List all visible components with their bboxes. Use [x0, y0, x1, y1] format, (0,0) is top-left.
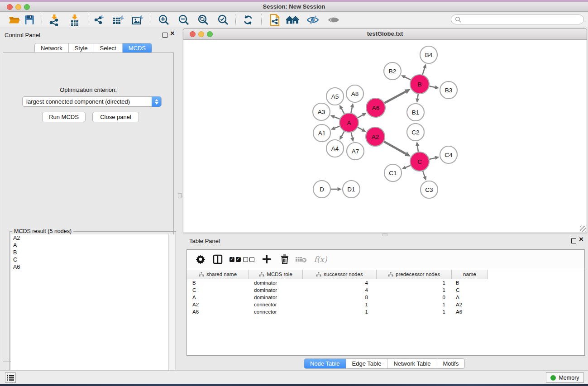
mcds-result-item[interactable]: A6 — [11, 263, 168, 271]
delete-column-button[interactable] — [278, 253, 292, 266]
run-mcds-button[interactable]: Run MCDS — [42, 112, 86, 122]
zoom-out-icon — [178, 14, 190, 26]
graph-node-label: A4 — [331, 145, 339, 152]
graph-edge-B-B2[interactable] — [405, 77, 411, 80]
graph-edge-C-C2[interactable] — [417, 146, 418, 152]
hide-graphics-details-button[interactable] — [306, 14, 320, 26]
network-view-window[interactable]: testGlobe.txt AA6A2BCA5A8A3A1A4A7B2B4B3B… — [183, 28, 587, 233]
criterion-select[interactable]: largest connected component (directed) — [22, 96, 162, 107]
column-header-mcds-role[interactable]: MCDS role — [249, 270, 303, 279]
result-list-scrollbar[interactable] — [168, 234, 175, 386]
tab-node-table[interactable]: Node Table — [304, 359, 346, 368]
network-window-titlebar[interactable]: testGlobe.txt — [183, 29, 587, 40]
tab-mcds[interactable]: MCDS — [122, 43, 152, 53]
panel-splitter-handle[interactable] — [178, 193, 182, 198]
save-floppy-icon — [24, 14, 35, 25]
mcds-result-item[interactable]: A — [11, 242, 168, 249]
graph-node-label: A3 — [318, 109, 325, 115]
graph-edge-A-A8[interactable] — [351, 107, 352, 113]
column-header-shared-name[interactable]: shared name — [187, 270, 249, 279]
zoom-fit-button[interactable] — [196, 14, 210, 26]
export-image-icon — [132, 14, 144, 26]
select-all-columns-button[interactable] — [228, 253, 242, 266]
column-label: successor nodes — [324, 272, 363, 277]
zoom-in-icon — [158, 14, 170, 26]
float-panel-icon[interactable] — [163, 33, 167, 38]
export-network-button[interactable] — [92, 14, 106, 26]
show-panel-list-button[interactable] — [5, 372, 16, 383]
table-float-panel-icon[interactable] — [571, 238, 576, 243]
graph-edge-B-B1[interactable] — [417, 94, 418, 99]
save-session-button[interactable] — [23, 14, 36, 26]
graph-edge-A-A7[interactable] — [351, 132, 353, 138]
zoom-in-button[interactable] — [157, 14, 171, 26]
column-header-predecessor-nodes[interactable]: predecessor nodes — [377, 270, 452, 279]
column-chooser-button[interactable] — [211, 253, 225, 266]
graph-edge-A2-C[interactable] — [384, 142, 406, 154]
import-network-icon — [48, 14, 60, 26]
import-table-button[interactable] — [68, 14, 81, 26]
home-button[interactable] — [286, 14, 300, 26]
delete-table-button[interactable] — [294, 253, 308, 266]
tab-network[interactable]: Network — [35, 43, 68, 53]
graph-edge-C-C3[interactable] — [423, 171, 425, 176]
graph-edge-C-C1[interactable] — [406, 166, 411, 168]
graph-edge-B-B3[interactable] — [430, 86, 435, 87]
table-row[interactable]: A2connector11A2 — [187, 301, 584, 308]
column-header-successor-nodes[interactable]: successor nodes — [303, 270, 377, 279]
mcds-result-item[interactable]: A2 — [11, 234, 168, 242]
function-builder-button[interactable]: f(x) — [311, 253, 330, 266]
table-body[interactable]: Bdominator41BCdominator41CAdominator80AA… — [187, 279, 584, 315]
network-canvas[interactable]: AA6A2BCA5A8A3A1A4A7B2B4B3B1C2C4C1C3DD1 — [183, 40, 587, 233]
table-cell: 0 — [377, 294, 452, 301]
window-resize-grip[interactable] — [580, 226, 586, 232]
table-row[interactable]: Adominator80A — [187, 294, 584, 301]
column-header-name[interactable]: name — [452, 270, 488, 279]
settings-gear-button[interactable] — [194, 253, 207, 266]
export-table-button[interactable] — [111, 14, 125, 26]
network-graph[interactable]: AA6A2BCA5A8A3A1A4A7B2B4B3B1C2C4C1C3DD1 — [183, 40, 587, 233]
zoom-out-button[interactable] — [177, 14, 191, 26]
table-row[interactable]: A6connector11A6 — [187, 308, 584, 315]
graph-edge-C-C4[interactable] — [429, 158, 435, 159]
mcds-result-item[interactable]: C — [11, 256, 168, 263]
refresh-button[interactable] — [241, 14, 255, 26]
show-eye-button[interactable] — [327, 14, 340, 26]
graph-edge-A-A2[interactable] — [358, 127, 362, 129]
graph-edge-B-B4[interactable] — [422, 68, 425, 75]
tab-select[interactable]: Select — [94, 43, 122, 53]
memory-button[interactable]: Memory — [546, 372, 584, 383]
import-network-button[interactable] — [48, 14, 61, 26]
graph-edge-A-A3[interactable] — [334, 117, 339, 119]
search-input[interactable] — [451, 14, 584, 24]
graph-edge-A-A5[interactable] — [341, 109, 344, 114]
tab-edge-table[interactable]: Edge Table — [346, 359, 387, 368]
graph-node-label: C1 — [389, 170, 397, 176]
delete-table-icon — [295, 256, 307, 263]
mcds-result-item[interactable]: B — [11, 249, 168, 256]
graph-edge-A-A6[interactable] — [358, 115, 363, 118]
graph-edge-A6-B[interactable] — [384, 92, 406, 103]
new-session-from-doc-button[interactable] — [268, 14, 282, 26]
toolbar-separator — [235, 14, 236, 25]
tab-style[interactable]: Style — [68, 43, 94, 53]
open-session-button[interactable] — [7, 14, 21, 26]
tab-motifs[interactable]: Motifs — [437, 359, 465, 368]
zoom-selected-button[interactable] — [216, 14, 230, 26]
document-network-icon — [269, 14, 280, 26]
table-row[interactable]: Bdominator41B — [187, 279, 584, 286]
toolbar-separator — [89, 14, 89, 25]
table-close-panel-icon[interactable]: × — [579, 235, 583, 244]
add-column-button[interactable] — [260, 253, 273, 266]
tab-network-table[interactable]: Network Table — [387, 359, 436, 368]
main-titlebar[interactable]: Session: New Session — [0, 2, 588, 12]
table-row[interactable]: Cdominator41C — [187, 286, 584, 294]
graph-edge-A-A4[interactable] — [342, 131, 344, 136]
close-panel-icon[interactable]: × — [170, 29, 175, 38]
graph-node-label: A1 — [318, 130, 326, 137]
close-panel-button[interactable]: Close panel — [92, 112, 139, 122]
deselect-all-columns-button[interactable] — [242, 253, 255, 266]
export-image-button[interactable] — [131, 14, 144, 26]
graph-edge-A-A1[interactable] — [335, 126, 339, 128]
mcds-result-list[interactable]: A2ABCA6 — [11, 234, 168, 386]
